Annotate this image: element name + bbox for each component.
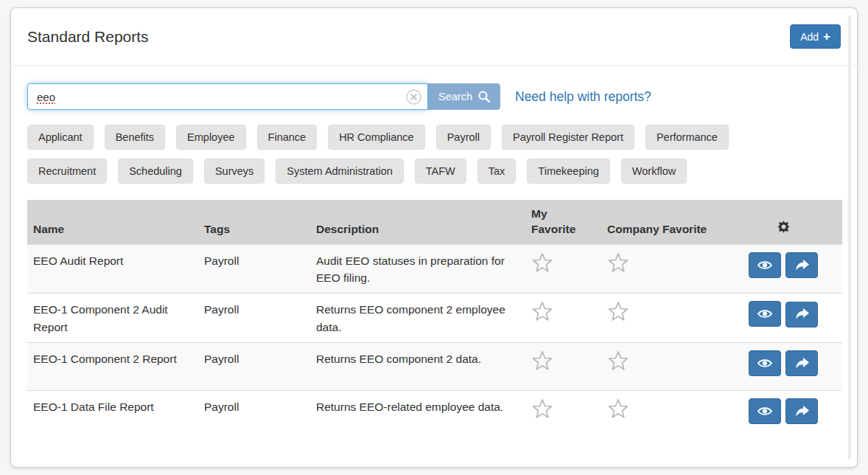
tag-tafw[interactable]: TAFW [415, 159, 466, 184]
star-outline-icon [531, 350, 553, 372]
share-arrow-icon [794, 358, 809, 370]
report-description: Audit EEO statuses in preparation for EE… [310, 244, 525, 294]
company-favorite-toggle[interactable] [607, 398, 629, 420]
preview-report-button[interactable] [749, 301, 781, 327]
tag-tax[interactable]: Tax [477, 159, 517, 184]
tag-system-administration[interactable]: System Administration [276, 159, 403, 184]
table-header-row: Name Tags Description My Favorite Compan… [27, 200, 842, 244]
tag-applicant[interactable]: Applicant [27, 125, 94, 150]
my-favorite-toggle[interactable] [531, 252, 553, 274]
report-description: Returns EEO-related employee data. [310, 390, 525, 438]
column-header-tags: Tags [198, 200, 310, 244]
run-report-button[interactable] [785, 252, 818, 278]
table-row: EEO-1 Component 2 Audit Report Payroll R… [27, 294, 842, 343]
report-name: EEO-1 Component 2 Audit Report [27, 294, 198, 343]
tag-scheduling[interactable]: Scheduling [118, 159, 193, 184]
star-outline-icon [607, 350, 629, 372]
report-tags: Payroll [198, 244, 310, 294]
star-outline-icon [607, 398, 629, 420]
eye-icon [757, 405, 773, 417]
column-header-description: Description [310, 200, 525, 244]
add-button-label: Add [800, 31, 819, 43]
search-row: eeo Search Need help with reports? [27, 83, 841, 110]
report-name: EEO Audit Report [27, 244, 198, 294]
search-button-label: Search [438, 91, 472, 103]
star-outline-icon [531, 398, 553, 420]
standard-reports-panel: Standard Reports Add + eeo Search [10, 7, 858, 468]
panel-header: Standard Reports Add + [11, 8, 857, 66]
report-tags: Payroll [198, 294, 310, 343]
panel-body: eeo Search Need help with reports? [11, 66, 857, 438]
company-favorite-toggle[interactable] [607, 350, 629, 372]
column-header-name: Name [27, 200, 198, 244]
preview-report-button[interactable] [749, 398, 781, 424]
report-tags: Payroll [198, 342, 310, 390]
run-report-button[interactable] [785, 302, 818, 327]
report-description: Returns EEO component 2 data. [310, 342, 525, 390]
tag-timekeeping[interactable]: Timekeeping [527, 159, 609, 184]
share-arrow-icon [794, 308, 809, 320]
my-favorite-toggle[interactable] [531, 350, 553, 372]
table-row: EEO-1 Data File Report Payroll Returns E… [27, 390, 842, 438]
report-name: EEO-1 Data File Report [27, 390, 198, 438]
tag-hr-compliance[interactable]: HR Compliance [328, 125, 425, 150]
column-settings-button[interactable] [724, 200, 842, 244]
report-description: Returns EEO component 2 employee data. [310, 294, 525, 343]
tag-performance[interactable]: Performance [645, 125, 729, 150]
eye-icon [757, 308, 773, 320]
star-outline-icon [607, 252, 629, 274]
star-outline-icon [607, 301, 629, 323]
share-arrow-icon [794, 260, 809, 271]
share-arrow-icon [794, 406, 809, 417]
report-tags: Payroll [198, 390, 310, 438]
tag-row-1: Applicant Benefits Employee Finance HR C… [27, 125, 841, 150]
tag-surveys[interactable]: Surveys [204, 159, 265, 184]
my-favorite-toggle[interactable] [531, 398, 553, 420]
tag-benefits[interactable]: Benefits [105, 125, 165, 150]
add-button[interactable]: Add + [790, 24, 841, 49]
search-input[interactable]: eeo [27, 83, 428, 110]
tag-workflow[interactable]: Workflow [621, 159, 687, 184]
tag-filter-group: Applicant Benefits Employee Finance HR C… [27, 125, 841, 184]
clear-search-button[interactable] [406, 89, 421, 105]
table-row: EEO-1 Component 2 Report Payroll Returns… [27, 342, 842, 390]
magnifier-icon [478, 91, 490, 103]
tag-finance[interactable]: Finance [257, 125, 318, 150]
search-button[interactable]: Search [428, 83, 500, 110]
preview-report-button[interactable] [749, 350, 781, 376]
star-outline-icon [531, 301, 553, 323]
preview-report-button[interactable] [749, 252, 781, 278]
my-favorite-toggle[interactable] [531, 301, 553, 323]
star-outline-icon [531, 252, 553, 274]
report-name: EEO-1 Component 2 Report [27, 342, 198, 390]
reports-table: Name Tags Description My Favorite Compan… [27, 200, 842, 438]
eye-icon [757, 259, 773, 271]
table-row: EEO Audit Report Payroll Audit EEO statu… [27, 244, 842, 294]
column-header-company-favorite: Company Favorite [601, 200, 724, 244]
tag-payroll-register-report[interactable]: Payroll Register Report [502, 125, 634, 150]
run-report-button[interactable] [785, 350, 818, 376]
page-title: Standard Reports [27, 28, 149, 46]
search-input-value: eeo [37, 91, 55, 103]
eye-icon [757, 357, 773, 370]
vertical-scrollbar[interactable] [848, 15, 851, 460]
tag-employee[interactable]: Employee [176, 125, 245, 150]
company-favorite-toggle[interactable] [607, 252, 629, 274]
tag-recruitment[interactable]: Recruitment [27, 159, 107, 184]
column-header-my-favorite: My Favorite [525, 200, 601, 244]
company-favorite-toggle[interactable] [607, 301, 629, 323]
tag-payroll[interactable]: Payroll [436, 125, 491, 150]
gear-icon [777, 221, 790, 233]
tag-row-2: Recruitment Scheduling Surveys System Ad… [27, 159, 841, 184]
run-report-button[interactable] [785, 398, 818, 424]
plus-icon: + [823, 30, 830, 43]
help-link[interactable]: Need help with reports? [515, 89, 651, 105]
circle-x-icon [406, 89, 421, 105]
